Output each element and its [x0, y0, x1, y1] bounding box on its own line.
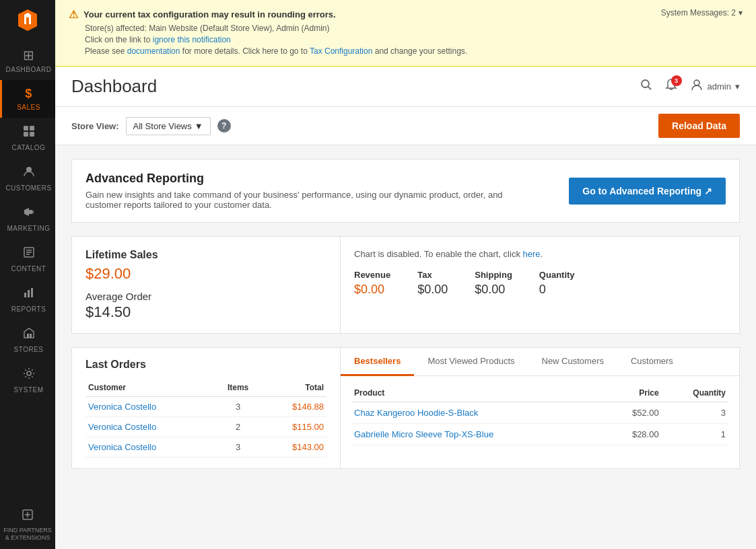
metric-quantity-label: Quantity [539, 270, 575, 280]
orders-col-customer: Customer [85, 379, 215, 397]
ar-title: Advanced Reporting [85, 172, 503, 186]
alert-line2-suffix: and change your settings. [375, 46, 467, 56]
notification-badge: 3 [671, 75, 682, 86]
product-link[interactable]: Chaz Kangeroo Hoodie-S-Black [354, 408, 478, 418]
svg-rect-14 [30, 334, 32, 338]
lifetime-sales-title: Lifetime Sales [85, 249, 327, 261]
orders-col-items: Items [215, 379, 261, 397]
customers-icon [22, 165, 36, 182]
svg-rect-13 [27, 334, 29, 338]
go-to-advanced-reporting-button[interactable]: Go to Advanced Reporting ↗ [569, 178, 726, 205]
product-price: $28.00 [605, 424, 662, 445]
sidebar-bottom-label: FIND PARTNERS & EXTENSIONS [3, 527, 53, 542]
sidebar-label-content: CONTENT [11, 265, 46, 272]
sidebar-item-reports[interactable]: REPORTS [0, 279, 55, 320]
chart-disabled-msg: Chart is disabled. To enable the chart, … [354, 249, 726, 259]
table-row: Veronica Costello 3 $146.88 [85, 397, 327, 417]
average-order-value: $14.50 [85, 303, 327, 321]
alert-stores-affected: Store(s) affected: Main Website (Default… [85, 24, 467, 33]
admin-avatar-icon [690, 78, 703, 95]
store-view-chevron-icon: ▼ [195, 121, 203, 131]
svg-point-19 [642, 80, 649, 87]
content-area: Advanced Reporting Gain new insights and… [55, 145, 756, 482]
tab-bestsellers[interactable]: Bestsellers [341, 348, 414, 376]
svg-rect-11 [28, 290, 30, 297]
tab-most-viewed[interactable]: Most Viewed Products [414, 348, 528, 376]
metric-revenue-value: $0.00 [354, 283, 390, 297]
table-row: Veronica Costello 2 $115.00 [85, 417, 327, 437]
admin-menu-button[interactable]: admin ▾ [690, 78, 740, 95]
chevron-down-icon: ▾ [738, 8, 743, 17]
sidebar-item-partners[interactable]: FIND PARTNERS & EXTENSIONS [0, 501, 55, 549]
store-view-select[interactable]: All Store Views ▼ [126, 117, 211, 135]
svg-point-21 [694, 80, 699, 85]
sidebar-item-content[interactable]: CONTENT [0, 239, 55, 279]
customer-link[interactable]: Veronica Costello [88, 422, 156, 432]
admin-username: admin [708, 81, 731, 92]
tab-new-customers[interactable]: New Customers [528, 348, 617, 376]
metrics-row: Revenue $0.00 Tax $0.00 Shipping $0.00 Q… [354, 270, 726, 297]
order-customer: Veronica Costello [85, 397, 215, 417]
magento-logo-icon [15, 8, 40, 32]
sidebar-item-stores[interactable]: STORES [0, 320, 55, 360]
order-items: 2 [215, 417, 261, 437]
svg-point-15 [27, 371, 31, 375]
svg-rect-2 [24, 132, 28, 137]
partners-icon [21, 508, 34, 525]
ignore-notification-link[interactable]: ignore this notification [153, 35, 231, 44]
sidebar-item-customers[interactable]: CUSTOMERS [0, 158, 55, 198]
average-order-label: Average Order [85, 291, 327, 302]
customer-link[interactable]: Veronica Costello [88, 442, 156, 452]
order-total: $115.00 [261, 417, 327, 437]
sidebar-item-marketing[interactable]: MARKETING [0, 198, 55, 239]
chart-disabled-prefix: Chart is disabled. To enable the chart, … [354, 249, 523, 259]
sales-icon: $ [25, 87, 32, 101]
tab-customers[interactable]: Customers [617, 348, 687, 376]
page-title: Dashboard [71, 76, 157, 97]
documentation-link[interactable]: documentation [127, 46, 180, 56]
tab-content-bestsellers: Product Price Quantity Chaz Kangeroo Hoo… [341, 376, 739, 453]
chart-enable-link[interactable]: here [523, 249, 541, 259]
help-icon[interactable]: ? [217, 119, 231, 133]
table-row: Gabrielle Micro Sleeve Top-XS-Blue $28.0… [351, 424, 728, 445]
tabs-header: Bestsellers Most Viewed Products New Cus… [341, 348, 739, 376]
metric-quantity: Quantity 0 [539, 270, 575, 297]
lifetime-sales-value: $29.00 [85, 265, 327, 283]
admin-chevron-icon: ▾ [735, 81, 740, 92]
search-button[interactable] [640, 79, 652, 94]
reports-icon [22, 286, 36, 303]
alert-line2-prefix: Please see [85, 46, 127, 56]
system-messages-btn[interactable]: System Messages: 2 ▾ [661, 8, 743, 17]
notification-button[interactable]: 3 [664, 78, 678, 95]
lifetime-section: Lifetime Sales $29.00 Average Order $14.… [71, 236, 341, 334]
customer-link[interactable]: Veronica Costello [88, 402, 156, 412]
store-view-bar: Store View: All Store Views ▼ ? Reload D… [55, 107, 756, 145]
sidebar-item-system[interactable]: SYSTEM [0, 360, 55, 400]
alert-bar: ⚠ Your current tax configuration may res… [55, 0, 756, 67]
logo[interactable] [0, 0, 55, 40]
catalog-icon [22, 124, 36, 141]
main-content: ⚠ Your current tax configuration may res… [55, 0, 756, 549]
sidebar-item-catalog[interactable]: CATALOG [0, 118, 55, 158]
orders-col-total: Total [261, 379, 327, 397]
sidebar-label-sales: SALES [17, 104, 40, 111]
sidebar-item-sales[interactable]: $ SALES [0, 80, 55, 118]
products-table: Product Price Quantity Chaz Kangeroo Hoo… [351, 384, 728, 445]
bottom-row: Last Orders Customer Items Total Veronic… [71, 347, 740, 469]
advanced-reporting-section: Advanced Reporting Gain new insights and… [71, 159, 740, 223]
svg-rect-12 [31, 288, 33, 297]
reload-data-button[interactable]: Reload Data [658, 114, 740, 138]
ar-description: Gain new insights and take command of yo… [85, 190, 503, 210]
header-actions: 3 admin ▾ [640, 78, 740, 95]
sidebar-item-dashboard[interactable]: ⊞ DASHBOARD [0, 40, 55, 80]
warning-icon: ⚠ [69, 8, 78, 21]
tax-config-link[interactable]: Tax Configuration [310, 46, 372, 56]
product-price: $52.00 [605, 402, 662, 424]
product-name: Gabrielle Micro Sleeve Top-XS-Blue [351, 424, 605, 445]
order-total: $146.88 [261, 397, 327, 417]
product-link[interactable]: Gabrielle Micro Sleeve Top-XS-Blue [354, 429, 493, 439]
metric-tax-label: Tax [417, 270, 448, 280]
top-header: Dashboard 3 admin ▾ [55, 67, 756, 107]
last-orders-panel: Last Orders Customer Items Total Veronic… [71, 347, 341, 469]
svg-rect-3 [30, 132, 34, 137]
